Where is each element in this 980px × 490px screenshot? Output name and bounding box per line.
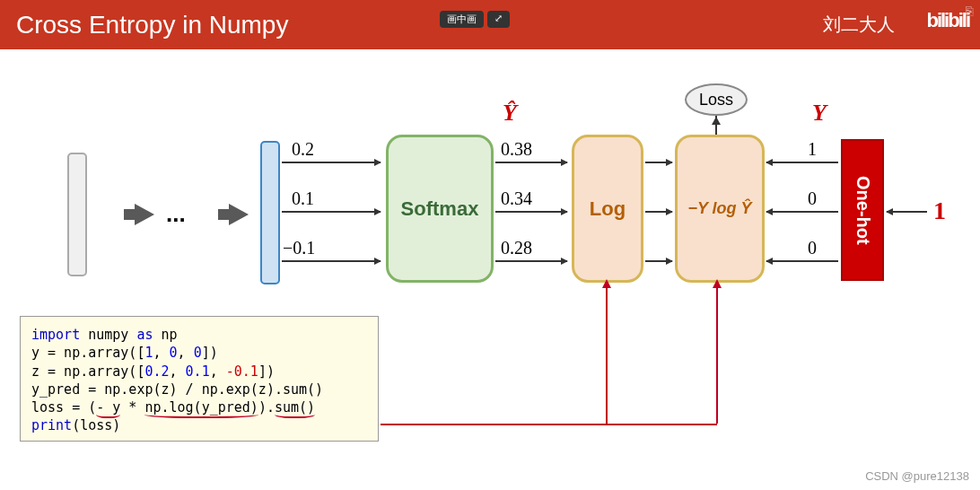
code-line-2: y = np.array([1, 0, 0]) — [31, 344, 367, 362]
yhat-value-2: 0.28 — [501, 238, 532, 258]
yhat-label: Ŷ — [503, 100, 517, 127]
y-label: Y — [812, 100, 827, 127]
lf-arrow-2 — [645, 260, 672, 262]
z-arrow-2 — [282, 260, 381, 262]
code-snippet: import numpy as np y = np.array([1, 0, 0… — [20, 316, 379, 442]
z-value-1: 0.1 — [292, 188, 314, 209]
code-line-6: print(loss) — [31, 416, 367, 434]
code-pointer-v1 — [606, 284, 608, 424]
pip-button[interactable]: 画中画 — [440, 11, 484, 28]
y-arrow-0 — [766, 162, 838, 163]
code-pointer-v2 — [716, 284, 718, 424]
y-arrow-1 — [766, 211, 838, 213]
one-input-value: 1 — [933, 197, 946, 225]
y-value-0: 1 — [808, 139, 817, 160]
header: Cross Entropy in Numpy 画中画 ⤢ 刘二大人 bilibi… — [0, 0, 980, 49]
yhat-value-1: 0.34 — [501, 188, 532, 209]
logits-bar — [260, 141, 280, 284]
expand-button[interactable]: ⤢ — [487, 11, 510, 28]
code-line-1: import numpy as np — [31, 326, 367, 344]
softmax-label: Softmax — [401, 197, 479, 221]
onehot-label: One-hot — [853, 176, 873, 245]
loss-node: Loss — [685, 83, 748, 116]
camera-icon: ⎘ — [966, 4, 973, 18]
y-value-1: 0 — [808, 188, 817, 209]
code-pointer-head1 — [602, 279, 611, 288]
yhat-value-0: 0.38 — [501, 139, 532, 160]
onehot-node: One-hot — [841, 139, 884, 281]
log-label: Log — [590, 197, 626, 221]
lf-arrow-1 — [645, 211, 672, 213]
formula-node: −Y log Ŷ — [675, 135, 765, 283]
watermark: CSDN @pure12138 — [865, 469, 969, 483]
softmax-node: Softmax — [386, 135, 494, 283]
flow-arrow-2 — [229, 204, 249, 225]
z-value-2: −0.1 — [283, 238, 315, 258]
flow-arrow-1 — [135, 204, 154, 225]
video-controls: 画中画 ⤢ — [440, 11, 510, 28]
yhat-arrow-0 — [495, 162, 567, 163]
page-title: Cross Entropy in Numpy — [16, 11, 288, 39]
z-arrow-1 — [282, 211, 381, 213]
code-line-4: y_pred = np.exp(z) / np.exp(z).sum() — [31, 381, 367, 398]
z-arrow-0 — [282, 162, 381, 163]
author-label: 刘二大人 — [823, 13, 895, 37]
code-pointer-head2 — [713, 279, 722, 288]
code-line-3: z = np.array([0.2, 0.1, -0.1]) — [31, 363, 367, 381]
up-arrowhead — [712, 117, 721, 125]
input-bar — [67, 153, 87, 276]
y-arrow-2 — [766, 260, 838, 262]
lf-arrow-0 — [645, 162, 672, 163]
log-node: Log — [572, 135, 643, 283]
z-value-0: 0.2 — [292, 139, 314, 160]
one-input-arrow — [887, 211, 927, 213]
loss-label: Loss — [699, 91, 733, 109]
y-value-2: 0 — [808, 238, 817, 258]
yhat-arrow-2 — [495, 260, 567, 262]
yhat-arrow-1 — [495, 211, 567, 213]
ellipsis: ... — [166, 200, 186, 228]
code-pointer-h — [381, 424, 717, 425]
bilibili-logo: bilibili — [926, 9, 969, 32]
formula-label: −Y log Ŷ — [687, 199, 751, 218]
code-line-5: loss = (- y * np.log(y_pred)).sum() — [31, 398, 367, 416]
